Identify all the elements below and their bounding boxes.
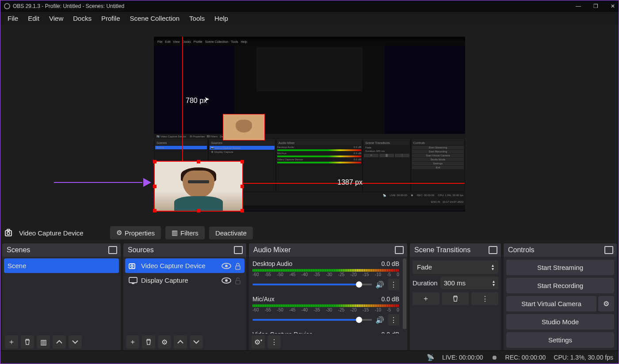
maximize-button[interactable]: ❐ [593, 3, 598, 9]
transitions-header[interactable]: Scene Transitions [410, 243, 501, 257]
properties-button[interactable]: ⚙Properties [110, 226, 161, 239]
sources-dock: Sources Video Capture Device Display Cap… [123, 243, 246, 350]
resize-handle-tl[interactable] [153, 160, 157, 163]
start-virtual-camera-button[interactable]: Start Virtual Camera [506, 296, 596, 311]
svg-rect-6 [129, 277, 137, 283]
channel-level: 0.0 dB [382, 296, 399, 303]
menu-edit[interactable]: Edit [23, 14, 44, 23]
resize-handle-bm[interactable] [197, 209, 200, 212]
source-item-video-capture[interactable]: Video Capture Device [125, 258, 245, 273]
transitions-dock: Scene Transitions Fade ▴▾ Duration 300 m… [410, 243, 501, 350]
popout-icon[interactable] [109, 247, 116, 253]
channel-menu-button[interactable]: ⋮ [388, 279, 399, 290]
popout-icon[interactable] [235, 247, 242, 253]
svg-rect-7 [236, 281, 240, 284]
duration-label: Duration [413, 279, 438, 287]
audio-mixer-dock: Audio Mixer Desktop Audio0.0 dB -60-55-5… [249, 243, 407, 350]
add-source-button[interactable]: ＋ [126, 335, 139, 349]
scene-filters-button[interactable]: ▥ [37, 335, 50, 349]
selected-source-video-capture[interactable] [154, 161, 243, 212]
statusbar: 📡 LIVE: 00:00:00 ⏺ REC: 00:00:00 CPU: 1.… [0, 350, 619, 364]
add-scene-button[interactable]: ＋ [5, 335, 18, 349]
obs-logo-icon [4, 3, 10, 9]
resize-handle-tr[interactable] [241, 160, 244, 163]
visibility-toggle[interactable] [222, 277, 231, 284]
vcam-settings-button[interactable]: ⚙ [598, 296, 614, 311]
status-rec: REC: 00:00:00 [505, 354, 546, 361]
menu-view[interactable]: View [45, 14, 68, 23]
popout-icon[interactable] [396, 247, 403, 253]
resize-handle-tm[interactable] [197, 160, 200, 163]
transition-select[interactable]: Fade ▴▾ [413, 260, 498, 274]
annotation-arrow [54, 178, 151, 187]
popout-icon[interactable] [605, 247, 612, 253]
popout-icon[interactable] [489, 247, 497, 253]
mixer-header[interactable]: Audio Mixer [249, 243, 407, 257]
minimize-button[interactable]: — [576, 3, 581, 9]
camera-icon [129, 262, 138, 269]
studio-mode-button[interactable]: Studio Mode [506, 314, 614, 330]
deactivate-button[interactable]: Deactivate [209, 227, 253, 239]
scene-down-button[interactable] [69, 335, 82, 349]
channel-level: 0.0 dB [382, 260, 399, 267]
channel-name: Desktop Audio [252, 260, 292, 267]
scene-up-button[interactable] [53, 335, 66, 349]
audio-meter [252, 269, 399, 272]
start-streaming-button[interactable]: Start Streaming [506, 260, 614, 275]
speaker-icon[interactable]: 🔊 [375, 316, 384, 324]
remove-transition-button[interactable] [442, 292, 469, 305]
camera-icon [5, 229, 15, 237]
lock-icon[interactable] [235, 263, 241, 269]
menu-file[interactable]: File [3, 14, 23, 23]
volume-slider[interactable] [252, 319, 372, 321]
source-properties-button[interactable]: ⚙ [158, 335, 171, 349]
remove-source-button[interactable] [142, 335, 155, 349]
filters-button[interactable]: ▥Filters [165, 226, 205, 239]
scenes-dock: Scenes Scene ＋ ▥ [2, 243, 121, 350]
preview-area[interactable]: FileEditViewDocksProfileScene Collection… [0, 24, 619, 224]
resize-handle-br[interactable] [241, 209, 244, 212]
guideline-vertical [182, 37, 183, 163]
cursor-icon: ➤ [204, 95, 210, 102]
channel-menu-button[interactable]: ⋮ [388, 314, 399, 326]
svg-point-4 [131, 265, 133, 267]
add-transition-button[interactable]: ＋ [413, 292, 439, 305]
controls-dock: Controls Start Streaming Start Recording… [504, 243, 617, 350]
transition-menu-button[interactable]: ⋮ [471, 292, 498, 305]
source-up-button[interactable] [174, 335, 187, 349]
remove-scene-button[interactable] [21, 335, 34, 349]
annotation-width: 1387 px [337, 178, 363, 186]
mixer-channel-desktop-audio: Desktop Audio0.0 dB -60-55-50-45-40-35-3… [251, 258, 401, 294]
scenes-header[interactable]: Scenes [2, 243, 121, 257]
menu-docks[interactable]: Docks [69, 14, 96, 23]
mixer-scrollbar[interactable] [403, 258, 406, 329]
start-recording-button[interactable]: Start Recording [506, 278, 614, 293]
lock-icon[interactable] [235, 277, 241, 284]
menu-scene-collection[interactable]: Scene Collection [126, 14, 184, 23]
resize-handle-bl[interactable] [153, 209, 157, 212]
preview-canvas[interactable]: FileEditViewDocksProfileScene Collection… [154, 37, 465, 212]
duration-input[interactable]: 300 ms ▴▾ [440, 277, 498, 289]
close-button[interactable]: ✕ [611, 3, 615, 9]
status-live: LIVE: 00:00:00 [442, 354, 483, 361]
source-down-button[interactable] [190, 335, 203, 349]
mixer-channel-mic-aux: Mic/Aux0.0 dB -60-55-50-45-40-35-30-25-2… [251, 294, 401, 329]
volume-slider[interactable] [252, 284, 372, 285]
menu-profile[interactable]: Profile [97, 14, 125, 23]
menu-help[interactable]: Help [210, 14, 233, 23]
source-item-display-capture[interactable]: Display Capture [125, 273, 245, 288]
speaker-icon[interactable]: 🔊 [375, 281, 384, 289]
controls-header[interactable]: Controls [504, 243, 617, 257]
visibility-toggle[interactable] [222, 263, 231, 269]
source-toolbar: Video Capture Device ⚙Properties ▥Filter… [0, 224, 619, 242]
chevron-updown-icon: ▴▾ [492, 264, 494, 271]
mixer-menu-button[interactable]: ⋮ [267, 335, 281, 349]
sources-header[interactable]: Sources [123, 243, 246, 257]
mixer-settings-button[interactable]: ⚙▾ [252, 335, 265, 349]
settings-button[interactable]: Settings [506, 332, 614, 348]
resize-handle-ml[interactable] [153, 185, 157, 188]
resize-handle-mr[interactable] [241, 185, 244, 188]
annotation-height: 780 px [186, 97, 207, 105]
menu-tools[interactable]: Tools [185, 14, 209, 23]
scene-item[interactable]: Scene [4, 258, 119, 273]
